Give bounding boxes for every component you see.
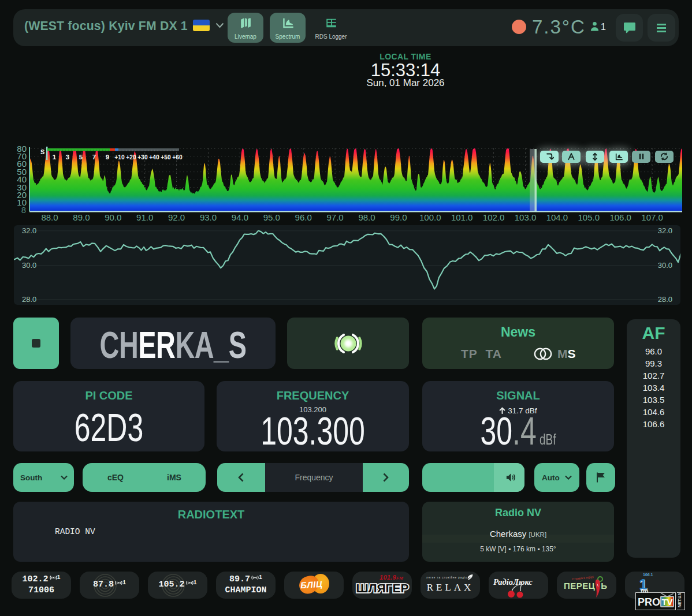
- svg-text:106.0: 106.0: [609, 212, 631, 222]
- svg-text:95.0: 95.0: [263, 212, 280, 222]
- svg-text:94.0: 94.0: [232, 212, 248, 222]
- svg-text:90.0: 90.0: [105, 212, 121, 222]
- svg-text:91.0: 91.0: [136, 212, 153, 222]
- svg-text:S: S: [40, 148, 44, 155]
- svg-text:+10: +10: [114, 154, 125, 160]
- svg-text:28.0: 28.0: [658, 295, 672, 304]
- svg-text:+20: +20: [126, 154, 136, 160]
- svg-text:28.0: 28.0: [22, 295, 36, 304]
- svg-text:102.0: 102.0: [483, 212, 505, 222]
- svg-text:ШЛЯГЕР: ШЛЯГЕР: [356, 581, 409, 595]
- svg-text:89.0: 89.0: [73, 212, 90, 222]
- svg-text:9: 9: [106, 154, 109, 160]
- svg-text:97.0: 97.0: [326, 212, 343, 222]
- svg-text:88.0: 88.0: [41, 212, 58, 222]
- svg-text:100.0: 100.0: [419, 212, 441, 222]
- svg-text:30.0: 30.0: [658, 261, 672, 270]
- svg-text:32.0: 32.0: [658, 226, 672, 235]
- svg-text:92.0: 92.0: [168, 212, 185, 222]
- svg-text:1: 1: [53, 154, 57, 160]
- svg-text:TV: TV: [661, 597, 672, 607]
- svg-text:104.0: 104.0: [546, 212, 568, 222]
- svg-text:8: 8: [21, 205, 26, 215]
- svg-text:30.0: 30.0: [22, 261, 36, 270]
- svg-text:103.0: 103.0: [515, 212, 537, 222]
- svg-text:7: 7: [92, 154, 96, 160]
- svg-text:105.0: 105.0: [578, 212, 600, 222]
- svg-text:3: 3: [66, 154, 69, 160]
- svg-text:101.0: 101.0: [451, 212, 473, 222]
- svg-text:99.0: 99.0: [390, 212, 407, 222]
- svg-text:+60: +60: [172, 154, 183, 160]
- svg-text:98.0: 98.0: [358, 212, 375, 222]
- svg-text:32.0: 32.0: [22, 226, 36, 235]
- svg-text:5: 5: [79, 154, 83, 160]
- svg-text:+50: +50: [161, 154, 171, 160]
- svg-text:+40: +40: [149, 154, 159, 160]
- svg-text:96.0: 96.0: [295, 212, 312, 222]
- svg-text:+30: +30: [137, 154, 148, 160]
- svg-text:107.0: 107.0: [641, 212, 663, 222]
- svg-text:93.0: 93.0: [200, 212, 217, 222]
